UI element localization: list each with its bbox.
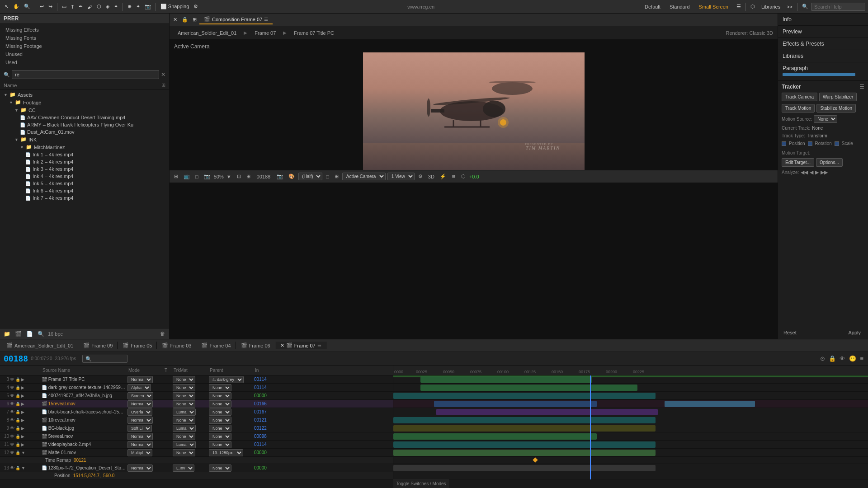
trkmat-select-7[interactable]: Luma [173, 408, 196, 416]
comp-tab-frame07[interactable]: 🎬 Composition Frame 07 ☰ [199, 15, 273, 24]
preview-start-btn[interactable]: ⊞ [172, 173, 180, 180]
mode-select-11[interactable]: Norma [127, 441, 153, 448]
tree-ink-folder[interactable]: ▼ 📁 INK [0, 136, 169, 143]
layer-lock-9[interactable]: 🔒 [15, 426, 20, 431]
breadcrumb-item-1[interactable]: Frame 07 [251, 29, 279, 37]
reset-btn[interactable]: Reset [782, 329, 798, 336]
toggle-switches-btn[interactable]: Toggle Switches / Modes [396, 481, 446, 486]
search-help-input[interactable] [811, 3, 865, 11]
frame-blending-btn[interactable]: ⬡ [459, 173, 467, 180]
trkmat-select-8[interactable]: None [173, 417, 195, 424]
analyze-prev-btn[interactable]: ◀◀ [801, 169, 808, 175]
layer-expand-8[interactable]: ▶ [21, 418, 24, 422]
mode-select-9[interactable]: Soft Li [127, 425, 152, 432]
parent-select-4[interactable]: None [209, 384, 231, 391]
analyze-next-btn[interactable]: ▶▶ [821, 169, 828, 175]
layer-row-8[interactable]: 8 👁 🔒 ▶ 🎬 10reveal.mov Norma None [0, 416, 393, 424]
mode-select-12[interactable]: Multipl [127, 449, 152, 456]
analyze-forward-btn[interactable]: ▶ [815, 169, 819, 175]
puppet-tool[interactable]: ✦ [112, 3, 120, 10]
layer-lock-11[interactable]: 🔒 [15, 442, 20, 447]
view-select[interactable]: 1 View [387, 173, 415, 180]
layer-eye-8[interactable]: 👁 [10, 418, 14, 422]
layer-row-12[interactable]: 12 👁 🔒 ▼ 🎬 Matte-01.mov Multipl None [0, 449, 393, 457]
workspace-default[interactable]: Default [642, 3, 663, 10]
tracker-menu-btn[interactable]: ☰ [859, 84, 864, 90]
layer-row-9[interactable]: 9 👁 🔒 ▶ 📄 BG-black.jpg Soft Li Luma [0, 424, 393, 432]
tree-file-1[interactable]: 📄 ARMY – Black Hawk Helicopters Flying O… [0, 121, 169, 128]
layer-expand-10[interactable]: ▶ [21, 434, 24, 439]
bottom-tab-5[interactable]: 🎬 Frame 06 [236, 342, 275, 349]
tl-lock-btn[interactable]: 🔒 [828, 354, 837, 363]
trkmat-select-12[interactable]: None [173, 449, 195, 456]
trkmat-select-9[interactable]: Luma [173, 425, 196, 432]
timeline-search-input[interactable] [82, 355, 127, 363]
layer-eye-9[interactable]: 👁 [10, 426, 14, 431]
layer-lock-6[interactable]: 🔒 [15, 402, 20, 406]
trkmat-select-13[interactable]: L.Inv [173, 465, 194, 472]
motion-source-select[interactable]: None [814, 115, 837, 123]
info-title[interactable]: Info [783, 16, 792, 23]
parent-select-7[interactable]: None [209, 408, 231, 416]
layer-expand-7[interactable]: ▶ [21, 410, 24, 414]
layer-row-10[interactable]: 10 👁 🔒 ▶ 🎬 5reveal.mov Norma None [0, 432, 393, 441]
layer-lock-3[interactable]: 🔒 [15, 377, 20, 382]
layer-eye-12[interactable]: 👁 [10, 450, 14, 455]
layer-lock-10[interactable]: 🔒 [15, 434, 20, 439]
mode-select-3[interactable]: Norma [127, 376, 153, 383]
light-tool[interactable]: ✦ [134, 3, 142, 10]
track-camera-btn[interactable]: Track Camera [782, 93, 817, 101]
layer-lock-7[interactable]: 🔒 [15, 410, 20, 414]
redo-btn[interactable]: ↪ [47, 3, 54, 10]
tree-ink3[interactable]: 📄 Ink 3 – 4k res.mp4 [0, 165, 169, 173]
filter-unused[interactable]: Unused [0, 50, 169, 58]
view-options-btn[interactable]: ⚙ [416, 173, 425, 180]
hand-tool[interactable]: ✋ [11, 3, 21, 10]
layer-eye-10[interactable]: 👁 [10, 434, 14, 439]
find-btn[interactable]: 🔍 [37, 330, 45, 338]
layer-eye-7[interactable]: 👁 [10, 409, 14, 414]
layer-expand-5[interactable]: ▶ [21, 394, 24, 398]
quality-select[interactable]: (Half) [298, 173, 322, 180]
layer-eye-4[interactable]: 👁 [10, 385, 14, 390]
preview-viewport[interactable]: TIM MARTIN PRESENTED BY [363, 52, 585, 170]
snapshot-btn[interactable]: 📷 [275, 173, 285, 180]
bottom-tab-close-6[interactable]: ☰ [317, 343, 321, 348]
text-tool[interactable]: T [69, 3, 76, 10]
preview-toggle-btn[interactable]: □ [193, 173, 200, 180]
tree-ink5[interactable]: 📄 Ink 5 – 4k res.mp4 [0, 180, 169, 187]
layer-lock-4[interactable]: 🔒 [15, 385, 20, 390]
layer-eye-3[interactable]: 👁 [10, 377, 14, 382]
tree-ink1[interactable]: 📄 Ink 1 – 4k res.mp4 [0, 151, 169, 158]
rotation-checkbox[interactable] [808, 141, 812, 146]
position-checkbox[interactable] [782, 141, 786, 146]
search-clear-btn[interactable]: ✕ [161, 71, 165, 78]
new-comp-btn[interactable]: 🎬 [14, 330, 23, 338]
tl-collapse-btn[interactable]: ≡ [859, 354, 864, 363]
scale-checkbox[interactable] [835, 141, 839, 146]
selection-tool[interactable]: ↖ [3, 3, 10, 10]
snap-options[interactable]: ⚙ [192, 3, 200, 10]
effects-presets-title[interactable]: Effects & Presets [783, 41, 824, 47]
stamp-tool[interactable]: ⬡ [95, 3, 103, 10]
layer-expand-12[interactable]: ▼ [21, 450, 25, 455]
filter-missing-footage[interactable]: Missing Footage [0, 42, 169, 50]
grid-view-icon[interactable]: ⊞ [161, 82, 165, 88]
tree-file-2[interactable]: 📄 Dust_AtCam_01.mov [0, 128, 169, 136]
mode-select-4[interactable]: Alpha [127, 384, 151, 391]
bottom-tab-2[interactable]: 🎬 Frame 05 [118, 342, 157, 349]
bottom-tab-0[interactable]: 🎬 American_Soldier_Edit_01 [2, 342, 78, 349]
camera-select[interactable]: Active Camera [342, 173, 386, 180]
track-motion-btn[interactable]: Track Motion [782, 104, 815, 113]
options-btn[interactable]: Options... [816, 158, 843, 167]
trkmat-select-10[interactable]: None [173, 433, 195, 440]
tree-assets-folder[interactable]: ▼ 📁 Assets [0, 91, 169, 99]
parent-select-12[interactable]: 13. 1280px- [209, 449, 243, 456]
edit-target-btn[interactable]: Edit Target... [782, 158, 814, 167]
parent-select-6[interactable]: None [209, 400, 231, 408]
layer-expand-3[interactable]: ▶ [21, 377, 24, 382]
layer-eye-6[interactable]: 👁 [10, 401, 14, 406]
parent-select-11[interactable]: None [209, 441, 231, 448]
layer-row-5[interactable]: 5 👁 🔒 ▶ 📄 4007419077_af847e3b8a_b.jpg Sc… [0, 392, 393, 400]
camera-tool[interactable]: 📷 [143, 3, 153, 10]
